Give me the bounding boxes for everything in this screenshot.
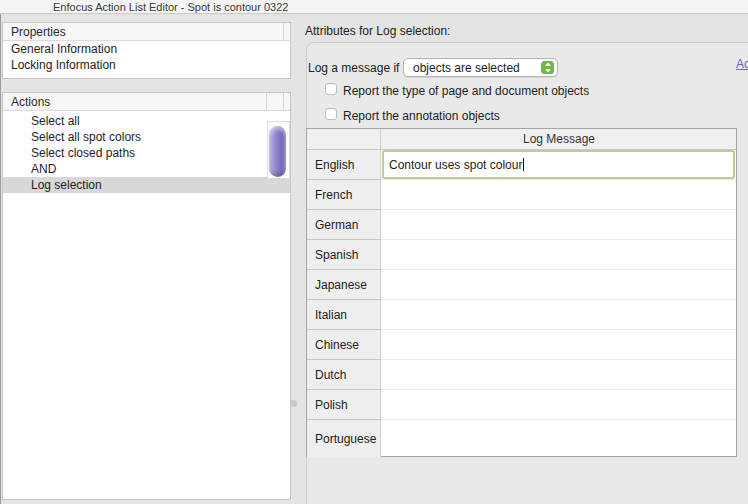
language-cell: Chinese	[307, 330, 381, 360]
report-page-objects-checkbox[interactable]	[325, 83, 337, 95]
log-message-table: Log Message English Contour uses spot co…	[306, 128, 737, 457]
log-message-cell[interactable]	[382, 270, 736, 299]
attributes-pane-title: Attributes for Log selection:	[305, 24, 450, 38]
language-cell: Dutch	[307, 360, 381, 390]
log-message-condition-label: Log a message if	[308, 61, 399, 75]
condition-popup-button[interactable]: objects are selected	[403, 58, 558, 77]
properties-item-general-information[interactable]: General Information	[3, 41, 290, 57]
table-row: Spanish	[307, 240, 736, 270]
language-cell: German	[307, 210, 381, 240]
table-row: Chinese	[307, 330, 736, 360]
log-message-text: Contour uses spot colour	[389, 158, 522, 172]
window-title: Enfocus Action List Editor - Spot is con…	[53, 1, 288, 13]
log-message-cell[interactable]	[382, 330, 736, 359]
report-page-objects-label: Report the type of page and document obj…	[343, 84, 589, 98]
properties-panel-header: Properties	[3, 23, 290, 41]
language-cell: French	[307, 180, 381, 210]
pane-splitter-handle[interactable]	[290, 400, 297, 407]
language-header-cell	[307, 129, 381, 149]
window-left-edge	[0, 14, 1, 504]
header-column-divider	[283, 23, 284, 40]
table-row: English Contour uses spot colour	[307, 150, 736, 180]
actions-panel-header: Actions	[3, 93, 290, 111]
window-titlebar: Enfocus Action List Editor - Spot is con…	[0, 0, 748, 14]
action-item-and[interactable]: AND	[3, 161, 290, 177]
popup-stepper-icon	[541, 61, 554, 74]
text-caret	[523, 158, 524, 171]
language-cell: Polish	[307, 390, 381, 420]
log-message-cell[interactable]	[382, 360, 736, 389]
header-column-divider	[266, 93, 267, 110]
actions-header-label: Actions	[11, 95, 50, 109]
log-message-cell[interactable]	[382, 180, 736, 209]
up-down-chevrons-icon	[544, 62, 552, 73]
log-message-cell[interactable]	[382, 300, 736, 329]
table-row: Portuguese	[307, 420, 736, 456]
table-row: Japanese	[307, 270, 736, 300]
table-row: German	[307, 210, 736, 240]
table-row: French	[307, 180, 736, 210]
properties-item-locking-information[interactable]: Locking Information	[3, 57, 290, 73]
log-message-cell[interactable]: Contour uses spot colour	[382, 150, 736, 179]
log-message-cell[interactable]	[382, 240, 736, 269]
scrollbar-thumb[interactable]	[269, 126, 286, 177]
language-cell: Portuguese	[307, 420, 381, 457]
properties-header-label: Properties	[11, 25, 66, 39]
table-row: Italian	[307, 300, 736, 330]
language-cell: Spanish	[307, 240, 381, 270]
log-message-input-focused[interactable]: Contour uses spot colour	[382, 150, 735, 179]
log-message-cell[interactable]	[382, 420, 736, 456]
header-column-divider	[283, 93, 284, 110]
actions-panel: Actions Select all Select all spot color…	[2, 92, 291, 500]
table-row: Polish	[307, 390, 736, 420]
clipped-link[interactable]: Ac	[736, 57, 748, 71]
language-cell: English	[307, 150, 381, 180]
action-item-select-closed-paths[interactable]: Select closed paths	[3, 145, 290, 161]
properties-panel: Properties General Information Locking I…	[2, 22, 291, 79]
language-cell: Japanese	[307, 270, 381, 300]
action-item-log-selection[interactable]: Log selection	[3, 177, 290, 193]
condition-popup-value: objects are selected	[413, 61, 520, 75]
action-item-select-all[interactable]: Select all	[3, 113, 290, 129]
log-message-column-header: Log Message	[382, 129, 736, 149]
log-message-cell[interactable]	[382, 390, 736, 419]
log-message-cell[interactable]	[382, 210, 736, 239]
report-annotation-objects-label: Report the annotation objects	[343, 109, 500, 123]
table-row: Dutch	[307, 360, 736, 390]
report-annotation-objects-checkbox[interactable]	[325, 108, 337, 120]
language-cell: Italian	[307, 300, 381, 330]
action-item-select-all-spot-colors[interactable]: Select all spot colors	[3, 129, 290, 145]
table-header-row: Log Message	[307, 129, 736, 150]
